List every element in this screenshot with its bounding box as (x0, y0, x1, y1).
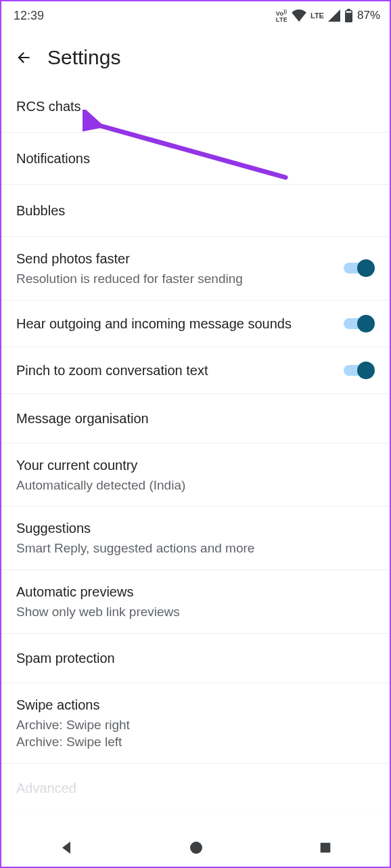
row-title: Swipe actions (16, 695, 375, 714)
row-subtitle: Automatically detected (India) (16, 477, 375, 494)
row-title: Automatic previews (16, 582, 375, 601)
signal-icon (328, 9, 340, 22)
row-rcs-chats[interactable]: RCS chats (1, 81, 390, 133)
row-title: Hear outgoing and incoming message sound… (16, 314, 336, 333)
row-subtitle: Resolution is reduced for faster sending (16, 270, 336, 288)
row-notifications[interactable]: Notifications (1, 132, 390, 185)
row-title: RCS chats (16, 97, 375, 116)
battery-icon (344, 9, 353, 22)
toggle-sounds[interactable] (344, 315, 375, 332)
triangle-back-icon (58, 840, 74, 856)
volte-icon: Vo))LTE (276, 8, 288, 23)
row-title: Your current country (16, 456, 375, 475)
wifi-icon (292, 9, 306, 22)
lte-icon: LTE (310, 12, 324, 20)
row-subtitle-1: Archive: Swipe right (16, 716, 375, 734)
row-title: Spam protection (16, 649, 375, 668)
row-swipe-actions[interactable]: Swipe actions Archive: Swipe right Archi… (1, 682, 390, 764)
nav-recent-button[interactable] (318, 840, 333, 855)
svg-rect-5 (321, 843, 331, 853)
svg-rect-1 (347, 9, 350, 11)
row-title: Message organisation (16, 409, 375, 428)
back-button[interactable] (15, 49, 32, 66)
row-subtitle: Smart Reply, suggested actions and more (16, 540, 375, 557)
clock-text: 12:39 (14, 9, 44, 23)
row-spam-protection[interactable]: Spam protection (1, 633, 390, 683)
row-current-country[interactable]: Your current country Automatically detec… (1, 443, 390, 507)
row-bubbles[interactable]: Bubbles (1, 184, 390, 237)
row-message-organisation[interactable]: Message organisation (1, 393, 390, 443)
row-title: Suggestions (16, 519, 375, 538)
toggle-zoom[interactable] (344, 362, 375, 379)
page-title: Settings (47, 46, 120, 69)
svg-rect-2 (346, 12, 351, 13)
square-recent-icon (318, 840, 333, 855)
app-header: Settings (1, 26, 390, 81)
svg-point-4 (190, 842, 202, 854)
row-title: Notifications (16, 149, 375, 168)
row-title: Advanced (16, 779, 375, 798)
nav-home-button[interactable] (188, 840, 204, 856)
settings-list: RCS chats Notifications Bubbles Send pho… (1, 81, 390, 813)
system-nav-bar (1, 829, 390, 867)
row-title: Pinch to zoom conversation text (16, 361, 336, 380)
row-suggestions[interactable]: Suggestions Smart Reply, suggested actio… (1, 506, 390, 570)
status-bar: 12:39 Vo))LTE LTE 87% (1, 1, 390, 26)
row-automatic-previews[interactable]: Automatic previews Show only web link pr… (1, 569, 390, 634)
row-send-photos-faster[interactable]: Send photos faster Resolution is reduced… (1, 236, 390, 301)
row-title: Send photos faster (16, 249, 336, 268)
row-pinch-zoom[interactable]: Pinch to zoom conversation text (1, 347, 390, 394)
toggle-send-photos[interactable] (344, 259, 375, 277)
row-subtitle: Show only web link previews (16, 603, 375, 621)
row-subtitle-2: Archive: Swipe left (16, 733, 375, 751)
status-icons: Vo))LTE LTE 87% (276, 8, 380, 23)
battery-percent: 87% (357, 9, 380, 22)
nav-back-button[interactable] (58, 840, 74, 856)
circle-home-icon (188, 840, 204, 856)
arrow-back-icon (15, 49, 32, 66)
row-title: Bubbles (16, 201, 375, 220)
row-message-sounds[interactable]: Hear outgoing and incoming message sound… (1, 300, 390, 347)
row-advanced[interactable]: Advanced (1, 763, 390, 813)
